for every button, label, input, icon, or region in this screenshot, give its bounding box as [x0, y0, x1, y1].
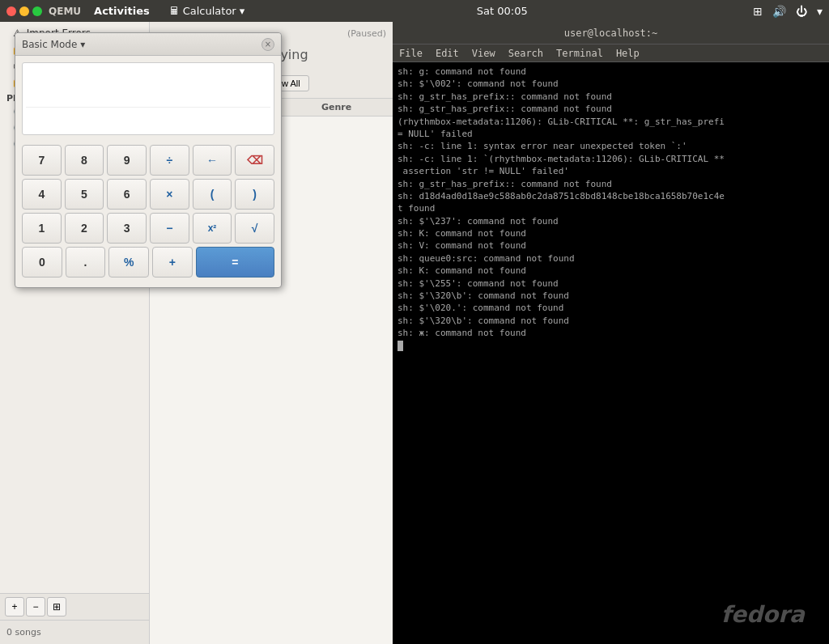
power-arrow-icon: ▾	[817, 5, 823, 18]
terminal-line: sh: ж: command not found	[397, 327, 824, 339]
terminal-line: sh: $'\002': command not found	[397, 78, 824, 90]
calc-row-2: 4 5 6 × ( )	[22, 179, 274, 210]
songs-count: 0 songs	[6, 627, 41, 638]
terminal-titlebar: user@localhost:~	[393, 22, 829, 44]
btn-equals[interactable]: =	[196, 247, 274, 278]
topbar-right: ⊞ 🔊 ⏻ ▾	[753, 5, 823, 18]
terminal-menu-view[interactable]: View	[472, 48, 495, 59]
btn-sqrt[interactable]: √	[235, 213, 274, 244]
calc-row-3: 1 2 3 − x² √	[22, 213, 274, 244]
terminal-line: assertion 'str != NULL' failed'	[397, 165, 824, 177]
calculator-icon: 🖩	[169, 5, 180, 17]
calculator-titlebar: Basic Mode ▾ ×	[15, 33, 281, 56]
power-icon[interactable]: ⏻	[796, 5, 807, 18]
rhythmbox-status-bar: 0 songs	[0, 620, 149, 644]
calc-row-1: 7 8 9 ÷ ← ⌫	[22, 145, 274, 176]
btn-back[interactable]: ←	[193, 145, 232, 176]
terminal-window: user@localhost:~ File Edit View Search T…	[393, 22, 829, 644]
btn-subtract[interactable]: −	[150, 213, 189, 244]
btn-add[interactable]: +	[152, 247, 193, 278]
calculator-buttons: 7 8 9 ÷ ← ⌫ 4 5 6 × ( ) 1 2 3 − x² √ 0 .	[15, 142, 281, 287]
genre-col-header: Genre	[321, 102, 386, 112]
terminal-line: sh: -c: line 1: syntax error near unexpe…	[397, 140, 824, 152]
volume-icon[interactable]: 🔊	[772, 5, 786, 18]
terminal-menu-search[interactable]: Search	[508, 48, 543, 59]
btn-2[interactable]: 2	[65, 213, 104, 244]
maximize-button[interactable]	[32, 6, 42, 16]
btn-6[interactable]: 6	[107, 179, 147, 210]
btn-7[interactable]: 7	[22, 145, 62, 176]
btn-delete[interactable]: ⌫	[235, 145, 274, 176]
minimize-button[interactable]	[19, 6, 29, 16]
terminal-line: sh: $'\320\b': command not found	[397, 290, 824, 302]
terminal-line: sh: K: command not found	[397, 227, 824, 239]
btn-percent[interactable]: %	[108, 247, 149, 278]
terminal-line: = NULL' failed	[397, 128, 824, 140]
calculator-title-arrow: ▾	[80, 39, 85, 50]
btn-left-paren[interactable]: (	[193, 179, 232, 210]
calculator-menu-arrow: ▾	[240, 5, 245, 17]
btn-right-paren[interactable]: )	[235, 179, 274, 210]
terminal-line: sh: $'\255': command not found	[397, 278, 824, 290]
qemu-label: QEMU	[49, 6, 81, 17]
btn-9[interactable]: 9	[107, 145, 147, 176]
terminal-line: sh: $'\237': command not found	[397, 215, 824, 227]
calculator-title-text: Basic Mode	[22, 39, 77, 50]
calculator-menu-label: Calculator	[183, 5, 236, 17]
remove-playlist-button[interactable]: −	[26, 597, 45, 616]
terminal-content[interactable]: sh: g: command not foundsh: $'\002': com…	[393, 62, 829, 644]
btn-dot[interactable]: .	[66, 247, 106, 278]
btn-1[interactable]: 1	[22, 213, 62, 244]
terminal-line: sh: $'\020.': command not found	[397, 302, 824, 314]
btn-divide[interactable]: ÷	[150, 145, 189, 176]
calculator-display	[22, 62, 274, 135]
terminal-line: sh: g: command not found	[397, 66, 824, 78]
fedora-logo: fedora	[721, 601, 805, 628]
terminal-line: sh: $'\320\b': command not found	[397, 315, 824, 327]
terminal-menubar: File Edit View Search Terminal Help	[393, 44, 829, 62]
calculator-display-top	[26, 66, 270, 107]
terminal-line: t found	[397, 202, 824, 214]
window-controls	[6, 6, 42, 16]
btn-multiply[interactable]: ×	[150, 179, 189, 210]
btn-5[interactable]: 5	[65, 179, 104, 210]
terminal-line: sh: d18d4ad0d18ae9c588ab0c2da8751c8bd814…	[397, 190, 824, 202]
btn-0[interactable]: 0	[22, 247, 62, 278]
calculator-title[interactable]: Basic Mode ▾	[22, 39, 85, 50]
calculator-close-button[interactable]: ×	[261, 38, 274, 51]
player-status: (Paused)	[347, 28, 386, 39]
terminal-line: (rhythmbox-metadata:11206): GLib-CRITICA…	[397, 116, 824, 128]
calc-row-4: 0 . % + =	[22, 247, 274, 278]
btn-3[interactable]: 3	[107, 213, 147, 244]
topbar-clock: Sat 00:05	[477, 5, 528, 17]
terminal-line: sh: K: command not found	[397, 265, 824, 277]
terminal-menu-edit[interactable]: Edit	[436, 48, 459, 59]
terminal-title: user@localhost:~	[564, 28, 658, 39]
calculator-window: Basic Mode ▾ × 7 8 9 ÷ ← ⌫ 4 5 6 × ( )	[15, 32, 282, 288]
btn-square[interactable]: x²	[193, 213, 232, 244]
topbar-left: QEMU Activities 🖩 Calculator ▾	[6, 3, 251, 19]
terminal-menu-help[interactable]: Help	[616, 48, 640, 59]
terminal-menu-terminal[interactable]: Terminal	[556, 48, 603, 59]
terminal-menu-file[interactable]: File	[399, 48, 423, 59]
btn-8[interactable]: 8	[65, 145, 104, 176]
terminal-cursor-line	[397, 340, 824, 352]
browse-button[interactable]: ⊞	[47, 597, 66, 616]
terminal-line: sh: g_str_has_prefix:: command not found	[397, 103, 824, 115]
activities-button[interactable]: Activities	[87, 3, 156, 19]
terminal-line: sh: g_str_has_prefix:: command not found	[397, 91, 824, 103]
topbar: QEMU Activities 🖩 Calculator ▾ Sat 00:05…	[0, 0, 829, 22]
terminal-cursor	[397, 341, 403, 351]
terminal-line: sh: g_str_has_prefix:: command not found	[397, 178, 824, 190]
calculator-display-secondary	[26, 107, 270, 131]
terminal-line: sh: -c: line 1: `(rhythmbox-metadata:112…	[397, 153, 824, 165]
terminal-line: sh: queue0:src: command not found	[397, 252, 824, 265]
add-playlist-button[interactable]: +	[5, 597, 24, 616]
terminal-line: sh: V: command not found	[397, 239, 824, 252]
btn-4[interactable]: 4	[22, 179, 62, 210]
rhythmbox-toolbar: + − ⊞	[0, 593, 149, 620]
network-icon[interactable]: ⊞	[753, 5, 763, 18]
calculator-menu[interactable]: 🖩 Calculator ▾	[163, 3, 252, 19]
close-button[interactable]	[6, 6, 16, 16]
